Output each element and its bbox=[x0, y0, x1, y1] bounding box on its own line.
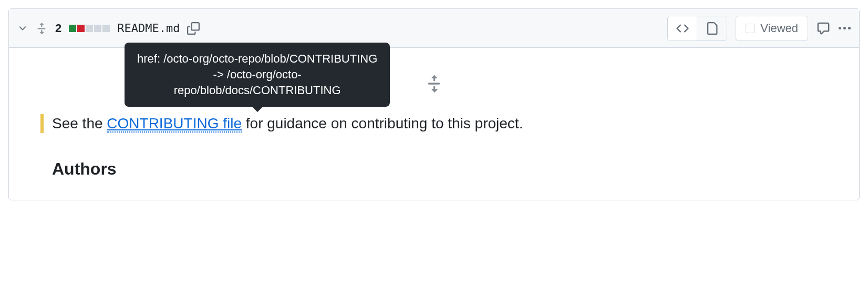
kebab-menu-icon[interactable] bbox=[839, 27, 851, 29]
file-diff-container: 2 README.md bbox=[8, 8, 860, 200]
unfold-icon bbox=[425, 74, 443, 93]
diff-block-removed bbox=[77, 25, 85, 32]
source-view-button[interactable] bbox=[668, 16, 697, 40]
diff-content: href: /octo-org/octo-repo/blob/CONTRIBUT… bbox=[9, 48, 859, 200]
diff-block-neutral bbox=[86, 25, 93, 32]
diff-line: href: /octo-org/octo-repo/blob/CONTRIBUT… bbox=[40, 114, 828, 133]
file-icon bbox=[706, 22, 718, 35]
tooltip-line: href: /octo-org/octo-repo/blob/CONTRIBUT… bbox=[137, 51, 377, 67]
line-count: 2 bbox=[55, 22, 61, 35]
diff-block-neutral bbox=[102, 25, 110, 32]
diff-block-added bbox=[69, 25, 76, 32]
filename[interactable]: README.md bbox=[117, 22, 180, 35]
tooltip-line: -> /octo-org/octo- bbox=[137, 67, 377, 83]
text-suffix: for guidance on contributing to this pro… bbox=[242, 115, 523, 131]
diff-change-marker bbox=[40, 114, 44, 133]
header-right: Viewed bbox=[667, 16, 851, 41]
diff-stat-blocks bbox=[69, 25, 110, 32]
href-diff-tooltip: href: /octo-org/octo-repo/blob/CONTRIBUT… bbox=[125, 43, 390, 107]
authors-heading: Authors bbox=[52, 159, 828, 179]
header-left: 2 README.md bbox=[17, 22, 200, 35]
contributing-link[interactable]: CONTRIBUTING file bbox=[107, 115, 242, 133]
chevron-down-icon[interactable] bbox=[17, 23, 28, 34]
viewed-label: Viewed bbox=[760, 22, 798, 35]
rendered-view-button[interactable] bbox=[697, 16, 727, 40]
diff-text: href: /octo-org/octo-repo/blob/CONTRIBUT… bbox=[52, 114, 523, 133]
expand-icon[interactable] bbox=[35, 22, 48, 35]
text-prefix: See the bbox=[52, 115, 107, 131]
diff-block-neutral bbox=[94, 25, 101, 32]
copy-icon[interactable] bbox=[187, 22, 200, 35]
code-icon bbox=[676, 22, 689, 35]
tooltip-line: repo/blob/docs/CONTRIBUTING bbox=[137, 83, 377, 98]
file-header: 2 README.md bbox=[9, 9, 859, 48]
viewed-checkbox bbox=[746, 24, 755, 33]
viewed-toggle[interactable]: Viewed bbox=[736, 16, 808, 41]
view-toggle bbox=[667, 16, 727, 41]
comment-icon[interactable] bbox=[817, 22, 830, 35]
